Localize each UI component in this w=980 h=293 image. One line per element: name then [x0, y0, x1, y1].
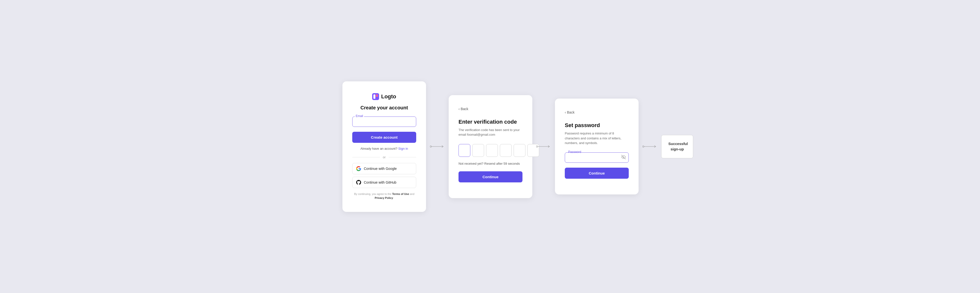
resend-text: Not received yet? Resend after 59 second…: [458, 162, 522, 165]
logto-logo-icon: [372, 93, 379, 100]
chevron-left-icon-3: ‹: [565, 110, 566, 114]
card-create-account: Logto Create your account Email Create a…: [342, 81, 426, 212]
continue-button-card2[interactable]: Continue: [458, 171, 522, 182]
otp-input-4[interactable]: [500, 144, 512, 157]
otp-input-3[interactable]: [486, 144, 498, 157]
svg-rect-0: [372, 93, 379, 100]
signin-link[interactable]: Sign in: [398, 147, 408, 150]
divider-line-left: [352, 157, 380, 157]
email-input[interactable]: [352, 117, 416, 127]
otp-container: [458, 144, 522, 157]
divider-text: or: [383, 155, 386, 159]
set-password-title: Set password: [565, 122, 629, 128]
github-icon: [356, 180, 361, 185]
continue-button-card3[interactable]: Continue: [565, 168, 629, 179]
arrow-connector-1: [426, 144, 449, 149]
verification-subtitle: The verification code has been sent to y…: [458, 128, 522, 137]
set-password-subtitle: Password requires a minimum of 8 charact…: [565, 131, 629, 146]
terms-text: By continuing, you agree to the Terms of…: [352, 192, 416, 200]
eye-slash-icon[interactable]: [621, 155, 626, 160]
svg-point-3: [430, 146, 431, 147]
create-account-title: Create your account: [352, 105, 416, 111]
divider: or: [352, 155, 416, 159]
back-button-card2[interactable]: ‹ Back: [458, 107, 468, 111]
otp-input-2[interactable]: [472, 144, 484, 157]
logo-text: Logto: [381, 93, 396, 100]
terms-of-use-link[interactable]: Terms of Use: [392, 192, 409, 195]
create-account-button[interactable]: Create account: [352, 132, 416, 143]
arrow-connector-2: [532, 144, 555, 149]
arrow-connector-3: [639, 144, 661, 149]
google-button-label: Continue with Google: [364, 167, 397, 171]
email-form-group: Email: [352, 117, 416, 127]
chevron-left-icon-2: ‹: [458, 107, 460, 111]
svg-rect-1: [374, 94, 375, 99]
card-verification: ‹ Back Enter verification code The verif…: [449, 95, 532, 198]
google-button[interactable]: Continue with Google: [352, 163, 416, 174]
back-button-card3[interactable]: ‹ Back: [565, 110, 574, 114]
verification-title: Enter verification code: [458, 119, 522, 125]
github-button-label: Continue with GitHub: [364, 181, 396, 184]
password-form-group: Password: [565, 152, 629, 163]
logo-area: Logto: [352, 93, 416, 100]
google-icon: [356, 166, 361, 171]
signin-text: Already have an account? Sign in: [352, 147, 416, 150]
privacy-policy-link[interactable]: Privacy Policy: [375, 196, 393, 200]
flow-container: Logto Create your account Email Create a…: [342, 81, 638, 212]
email-label: Email: [355, 114, 364, 118]
otp-input-1[interactable]: [458, 144, 470, 157]
svg-rect-2: [376, 94, 378, 97]
password-input-wrap: [565, 152, 629, 163]
divider-line-right: [389, 157, 416, 157]
success-box: Successful sign-up: [661, 135, 693, 158]
success-text: Successful sign-up: [668, 142, 688, 151]
svg-point-8: [643, 146, 644, 147]
github-button[interactable]: Continue with GitHub: [352, 177, 416, 188]
svg-point-5: [536, 146, 538, 147]
card-set-password: ‹ Back Set password Password requires a …: [555, 98, 639, 195]
otp-input-5[interactable]: [514, 144, 525, 157]
password-input[interactable]: [565, 152, 629, 163]
